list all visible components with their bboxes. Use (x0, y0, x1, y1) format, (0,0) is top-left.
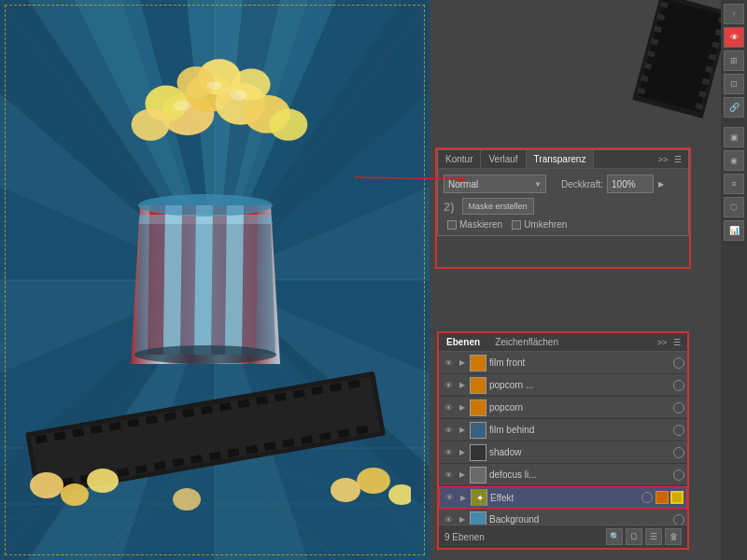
layer-arrow-shadow[interactable]: ▶ (458, 446, 467, 459)
layer-arrow-background[interactable]: ▶ (458, 513, 467, 525)
layer-row-effekt[interactable]: 👁 ▶ ✦ Effekt (439, 486, 687, 509)
layer-row-shadow[interactable]: 👁 ▶ shadow (439, 441, 687, 464)
layer-row-defocus[interactable]: 👁 ▶ defocus li... (439, 464, 687, 486)
layers-panel: Ebenen Zeichenflächen >> ☰ 👁 ▶ film fron… (437, 331, 689, 550)
umkehren-label: Umkehren (524, 219, 567, 230)
mask-row: 2) Maske erstellen (444, 198, 683, 215)
layer-arrow-effekt[interactable]: ▶ (458, 491, 468, 504)
popcorn-image (75, 37, 336, 439)
svg-point-85 (87, 469, 119, 493)
svg-point-88 (388, 484, 411, 505)
group-layers-button[interactable]: ☰ (645, 528, 662, 545)
maskieren-label: Maskieren (459, 219, 502, 230)
tab-ebenen[interactable]: Ebenen (439, 333, 487, 351)
tab-zeichenflachen[interactable]: Zeichenflächen (487, 333, 566, 351)
layer-eye-shadow[interactable]: 👁 (442, 446, 455, 459)
sidebar-icon-palette[interactable]: ▣ (724, 127, 744, 147)
layer-circle-popcorn[interactable] (673, 402, 684, 413)
layer-name-effekt: Effekt (490, 493, 639, 503)
layer-circle-film-front[interactable] (673, 357, 684, 369)
blend-opacity-row: Normal ▼ Deckkraft: 100% ▶ (444, 175, 683, 193)
layer-eye-popcorn2[interactable]: 👁 (442, 379, 455, 392)
tab-verlauf[interactable]: Verlauf (481, 150, 526, 168)
layer-circle-film-behind[interactable] (673, 425, 684, 436)
layer-arrow-film-behind[interactable]: ▶ (458, 424, 467, 437)
make-mask-button[interactable]: Maske erstellen (462, 198, 534, 215)
svg-point-81 (230, 90, 247, 100)
main-layout: Kontur Verlauf Transparenz >> ☰ Normal ▼… (0, 0, 747, 560)
layer-arrow-defocus[interactable]: ▶ (458, 469, 467, 482)
svg-point-80 (174, 100, 190, 110)
layer-circle-defocus[interactable] (673, 469, 684, 481)
layer-circle-shadow[interactable] (673, 447, 684, 458)
layer-thumb-popcorn2 (470, 377, 486, 394)
sidebar-icon-path[interactable]: ⬡ (724, 197, 744, 217)
layer-eye-film-front[interactable]: 👁 (442, 357, 455, 370)
checkbox-row: Maskieren Umkehren (444, 219, 683, 230)
footer-icons: 🔍 🗋 ☰ 🗑 (606, 528, 682, 545)
tab-transparenz[interactable]: Transparenz (527, 150, 595, 168)
panel-tabs: Kontur Verlauf Transparenz >> ☰ (438, 150, 688, 169)
sidebar-icon-eye[interactable]: 👁 (724, 27, 744, 48)
svg-point-76 (269, 109, 307, 141)
layer-name-shadow: shadow (489, 447, 670, 457)
layer-circle-popcorn2[interactable] (673, 380, 684, 391)
layer-name-popcorn: popcorn (489, 402, 670, 413)
layer-thumb-film-behind (470, 422, 486, 439)
blend-mode-dropdown[interactable]: Normal ▼ (444, 175, 546, 193)
svg-text:✦: ✦ (476, 493, 484, 503)
umkehren-checkbox[interactable] (512, 220, 521, 230)
opacity-label: Deckkraft: (561, 179, 603, 189)
search-layers-button[interactable]: 🔍 (606, 528, 623, 545)
film-piece (631, 0, 732, 119)
layer-row-popcorn2[interactable]: 👁 ▶ popcorn ... (439, 374, 687, 397)
layers-count: 9 Ebenen (444, 532, 485, 542)
layer-eye-background[interactable]: 👁 (442, 513, 455, 525)
sidebar-icon-circle[interactable]: ◉ (724, 150, 744, 171)
layer-thumb-background (470, 511, 486, 525)
layer-thumb-popcorn (470, 399, 486, 416)
layer-eye-popcorn[interactable]: 👁 (442, 401, 455, 414)
svg-point-69 (134, 345, 276, 364)
sidebar-icon-move[interactable]: ↑ (724, 4, 744, 24)
layer-eye-defocus[interactable]: 👁 (442, 469, 455, 482)
panel-options-icon[interactable]: ☰ (671, 153, 684, 166)
layer-name-popcorn2: popcorn ... (489, 380, 670, 390)
layer-row-background[interactable]: 👁 ▶ Background (439, 509, 687, 525)
opacity-arrow[interactable]: ▶ (658, 180, 664, 189)
svg-point-86 (331, 478, 360, 502)
layer-extra-effekt (655, 491, 684, 504)
layer-arrow-popcorn[interactable]: ▶ (458, 401, 467, 414)
layer-row-film-behind[interactable]: 👁 ▶ film behind (439, 419, 687, 441)
scattered-popcorn (19, 439, 411, 513)
layers-panel-expand-icon[interactable]: >> (655, 336, 669, 349)
step-label: 2) (444, 200, 455, 214)
opacity-input[interactable]: 100% (607, 175, 654, 193)
trash-button[interactable]: 🗑 (665, 528, 682, 545)
panel-menu-icon[interactable]: >> (656, 153, 669, 166)
layer-thumb-defocus (470, 467, 486, 483)
sidebar-icon-align[interactable]: ≡ (724, 174, 744, 194)
layer-row-film-front[interactable]: 👁 ▶ film front (439, 352, 687, 374)
maskieren-checkbox[interactable] (447, 220, 457, 230)
tab-kontur[interactable]: Kontur (438, 150, 481, 168)
sidebar-icon-artboard[interactable]: ⊡ (724, 74, 744, 94)
svg-point-84 (61, 483, 89, 506)
svg-point-83 (30, 472, 63, 498)
layer-eye-film-behind[interactable]: 👁 (442, 424, 455, 437)
layers-panel-menu-icon[interactable]: ☰ (670, 336, 684, 349)
layer-eye-effekt[interactable]: 👁 (443, 491, 456, 504)
layer-arrow-popcorn2[interactable]: ▶ (458, 379, 467, 392)
umkehren-checkbox-item: Umkehren (512, 219, 567, 230)
layer-arrow-film-front[interactable]: ▶ (458, 357, 467, 370)
layer-name-film-behind: film behind (489, 425, 670, 435)
new-layer-button[interactable]: 🗋 (626, 528, 642, 545)
sidebar-icon-link[interactable]: 🔗 (724, 97, 744, 118)
layer-circle-effekt[interactable] (641, 492, 653, 503)
layer-row-popcorn[interactable]: 👁 ▶ popcorn (439, 397, 687, 419)
sidebar-icon-graph[interactable]: 📊 (724, 220, 744, 241)
layer-circle-background[interactable] (673, 514, 684, 525)
maskieren-checkbox-item: Maskieren (447, 219, 502, 230)
opacity-value: 100% (612, 179, 636, 189)
sidebar-icon-layers[interactable]: ⊞ (724, 50, 744, 71)
